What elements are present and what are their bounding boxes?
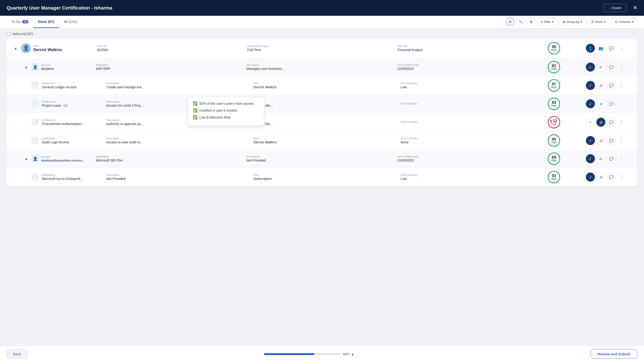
user-collapse-button[interactable]: ▲ — [10, 45, 21, 51]
ent3-more-button[interactable]: ⋮ — [617, 119, 626, 126]
filter-button[interactable]: ⧖ Filter ▾ — [537, 18, 557, 26]
search-button[interactable]: 🔍 — [516, 18, 525, 26]
ent1-desc: Create and manage ent... — [106, 85, 254, 89]
tooltip-text-1: 92% of the user's peers have access — [200, 102, 254, 105]
ent3-comment-button[interactable]: 💬 — [607, 118, 616, 127]
tooltip-check-icon-3: ✅ — [193, 115, 198, 120]
ent3-certify-button[interactable]: ✓ — [586, 118, 595, 127]
ent4-desc: Access to view audit lo... — [106, 140, 254, 144]
account-revoke-button[interactable]: ⊘ — [596, 63, 606, 72]
account2-certify-button[interactable]: ✓ — [586, 154, 595, 163]
tooltip-text-2: Certified in past 6 months — [200, 109, 237, 112]
close-button[interactable]: ✕ — [633, 5, 637, 11]
account2-name: dwatkins@saviyntlive.onmicro... — [41, 159, 85, 162]
ent1-more-button[interactable]: ⋮ — [617, 82, 626, 89]
ent2-certify-button[interactable]: ✓ — [586, 99, 595, 108]
account-cert-date: 11/09/2023 — [397, 67, 548, 71]
tab-done-label: Done (87) — [38, 20, 54, 24]
ent4-certify-button[interactable]: ✓ — [586, 136, 595, 145]
ent2-revoke-button[interactable]: ⊘ — [596, 99, 606, 108]
progress-label: 66% ▲ — [343, 352, 354, 356]
ent5-certify-button[interactable]: ✓ — [586, 172, 595, 182]
entitlement-row: 📄 Entitlement General Ledger Access Desc… — [7, 76, 637, 95]
entitlement-row: 📄 Entitlement Project Lead - L2 Descript… — [7, 95, 637, 113]
select-all-checkbox[interactable] — [7, 32, 10, 36]
ent5-revoke-button[interactable]: ⊘ — [596, 172, 606, 182]
rows-icon: ☰ — [591, 20, 594, 24]
account-score-circle: 82 High — [548, 61, 560, 73]
app-title: Quarterly User Manager Certification - I… — [7, 5, 112, 11]
columns-icon: ⊟ — [615, 20, 618, 24]
entitlement-icon: 📄 — [32, 82, 38, 89]
account-certify-button[interactable]: ✓ — [586, 63, 595, 72]
ent2-more-button[interactable]: ⋮ — [617, 100, 626, 107]
account-collapse-button[interactable]: ▲ — [21, 64, 32, 70]
user-score-value: 90 — [552, 45, 556, 49]
user-score-circle: 90 High — [548, 42, 560, 54]
ent5-actions: ✓ ⊘ 💬 ⋮ — [586, 172, 634, 182]
rows-chevron-icon: ▾ — [604, 20, 606, 24]
account2-more-button[interactable]: ⋮ — [617, 155, 626, 162]
ent4-revoke-button[interactable]: ⊘ — [596, 136, 606, 145]
employment-type: Full Time — [247, 48, 398, 52]
user-more-button[interactable]: ⋮ — [617, 45, 626, 52]
select-all-label: Select All (87) — [12, 32, 33, 36]
review-submit-button[interactable]: Review and Submit — [591, 349, 637, 359]
entitlement-icon: 📄 — [32, 100, 38, 107]
ent3-revoke-button[interactable]: ⊘ — [596, 118, 606, 127]
ent1-comment-button[interactable]: 💬 — [607, 81, 616, 90]
ent1-revoke-button[interactable]: ⊘ — [596, 81, 606, 90]
account-comment-button[interactable]: 💬 — [607, 63, 616, 72]
user-row: ▲ 👤 User Derrick Watkins User ID 603582 … — [7, 39, 637, 58]
tooltip-item-1: ✅ 92% of the user's peers have access — [193, 101, 259, 106]
ent4-score-circle: 90 High — [548, 134, 560, 147]
rows-button[interactable]: ☰ Rows ▾ — [588, 18, 610, 26]
user-group: ▲ 👤 User Derrick Watkins User ID 603582 … — [7, 39, 637, 186]
tab-all[interactable]: All (131) — [59, 16, 82, 28]
job-title: Financial Analyst — [398, 48, 548, 52]
ent2-name: Project Lead - L2 — [42, 104, 106, 107]
filter-icon: ⧖ — [540, 20, 543, 24]
entitlement-icon: 📄 — [32, 119, 38, 126]
sort-button[interactable]: ⇅ — [527, 18, 535, 26]
filter-label: Filter — [544, 20, 551, 24]
account-more-button[interactable]: ⋮ — [617, 64, 626, 71]
ent5-comment-button[interactable]: 💬 — [607, 172, 616, 182]
export-icon: ↓ — [609, 6, 610, 10]
account-name: dwatkins — [41, 67, 54, 71]
tooltip-text-3: Low Entitlement Risk — [200, 115, 231, 119]
columns-button[interactable]: ⊟ Columns ▾ — [611, 18, 637, 26]
account2-comment-button[interactable]: 💬 — [607, 154, 616, 163]
tab-done[interactable]: Done (87) — [33, 16, 59, 28]
export-button[interactable]: ↓ Export — [604, 4, 626, 12]
app-header: Quarterly User Manager Certification - I… — [0, 0, 644, 16]
ent2-user: Derrick Wa... — [254, 104, 401, 107]
ent1-user: Derrick Watkins — [254, 85, 401, 89]
entitlement-row: 📄 Entitlement Procurement Authorization.… — [7, 113, 637, 131]
progress-chevron-icon: ▲ — [351, 352, 354, 356]
tab-todo[interactable]: To Do 44 — [7, 16, 33, 28]
ent4-comment-button[interactable]: 💬 — [607, 136, 616, 145]
ai-icon: ⚙ — [509, 20, 512, 24]
user-comment-button[interactable]: 💬 — [607, 44, 616, 53]
ent5-more-button[interactable]: ⋮ — [617, 173, 626, 181]
user-certify-button[interactable]: 👤 — [586, 44, 595, 53]
entitlement-row: 📄 Entitlement Audit Logs Access Descript… — [7, 131, 637, 150]
ent2-comment-button[interactable]: 💬 — [607, 99, 616, 108]
ent3-score-circle: ▌12 Low — [548, 116, 560, 128]
user-actions: 👤 👥 💬 ⋮ — [586, 44, 634, 53]
account-app: SAP ERP — [96, 67, 246, 71]
account2-cert-date: 11/09/2023 — [397, 158, 548, 162]
tooltip-check-icon-1: ✅ — [193, 101, 198, 106]
ent4-user: Derrick Watkins — [254, 140, 401, 144]
ent1-certify-button[interactable]: ✓ — [586, 81, 595, 90]
ent4-more-button[interactable]: ⋮ — [617, 137, 626, 144]
groupby-button[interactable]: ⊞ Group by ▾ — [559, 18, 586, 26]
user-revoke-button[interactable]: 👥 — [596, 44, 606, 53]
ai-button[interactable]: ⚙ — [506, 18, 514, 26]
account2-revoke-button[interactable]: ⊘ — [596, 154, 606, 163]
back-button[interactable]: Back — [7, 349, 28, 359]
tab-todo-badge: 44 — [22, 20, 28, 23]
groupby-icon: ⊞ — [563, 20, 566, 24]
account2-collapse-button[interactable]: ▲ — [21, 156, 32, 161]
